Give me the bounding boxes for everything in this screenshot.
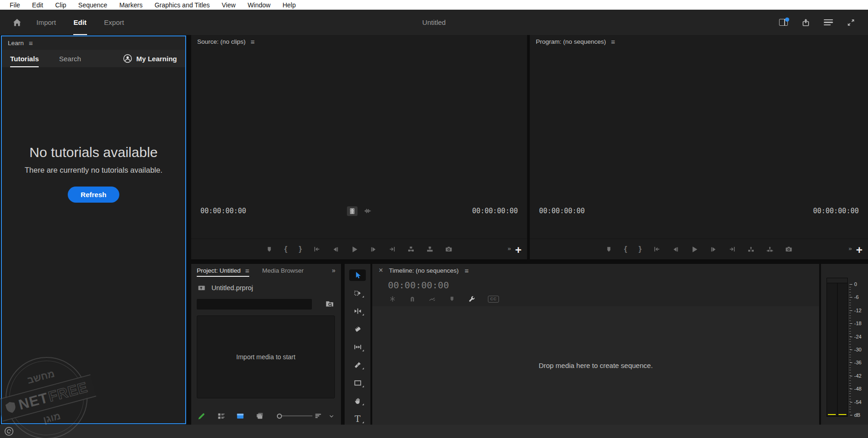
app-header: Import Edit Export Untitled (0, 10, 868, 35)
project-panel-toolbar (191, 407, 341, 425)
refresh-button[interactable]: Refresh (68, 187, 119, 203)
creative-cloud-icon[interactable] (4, 426, 14, 436)
button-editor-icon[interactable]: + (856, 245, 862, 256)
chevron-down-icon[interactable] (328, 413, 334, 419)
go-to-in-icon[interactable] (653, 245, 661, 253)
menu-view[interactable]: View (216, 0, 241, 10)
icon-view-icon[interactable] (236, 412, 244, 420)
project-writable-icon[interactable] (198, 412, 205, 420)
tab-export[interactable]: Export (104, 10, 124, 35)
audio-meters-panel: 0 -6 -12 -18 -24 -30 -36 -42 -48 -54 dB (821, 264, 868, 425)
tab-project[interactable]: Project: Untitled ≡ (197, 264, 249, 277)
panel-menu-icon[interactable]: ≡ (464, 267, 469, 274)
overflow-icon[interactable]: » (849, 245, 851, 252)
panel-menu-icon[interactable]: ≡ (245, 267, 249, 274)
extract-icon[interactable] (766, 245, 774, 253)
go-to-in-icon[interactable] (313, 245, 321, 253)
zoom-slider-rail[interactable] (282, 415, 312, 416)
menu-clip[interactable]: Clip (49, 0, 72, 10)
fullscreen-icon[interactable] (847, 18, 855, 27)
type-tool[interactable]: T (349, 413, 366, 425)
timeline-display-settings-icon[interactable] (468, 295, 475, 303)
menu-markers[interactable]: Markers (113, 0, 149, 10)
snap-magnet-icon[interactable] (409, 295, 416, 303)
zoom-slider-knob[interactable] (277, 414, 282, 419)
mark-in-icon[interactable]: { (624, 245, 627, 253)
insert-icon[interactable] (407, 245, 415, 253)
panel-menu-icon[interactable]: ≡ (29, 40, 33, 47)
pen-tool[interactable] (349, 359, 366, 371)
lift-icon[interactable] (747, 245, 755, 253)
slip-tool[interactable] (349, 341, 366, 353)
freeform-view-icon[interactable] (255, 412, 264, 420)
search-in-bins-icon[interactable] (325, 299, 334, 308)
razor-tool[interactable] (349, 323, 366, 335)
go-to-out-icon[interactable] (388, 245, 396, 253)
mark-in-icon[interactable]: { (284, 245, 287, 253)
overflow-icon[interactable]: » (508, 245, 510, 252)
menu-sequence[interactable]: Sequence (72, 0, 113, 10)
sort-icon[interactable] (314, 412, 322, 420)
timeline-playhead-timecode[interactable]: 00:00:00:00 (388, 280, 449, 291)
step-forward-icon[interactable] (370, 246, 377, 253)
notification-dot (785, 18, 789, 22)
meter-scale-label: -42 (854, 373, 862, 379)
add-marker-icon[interactable] (266, 246, 273, 253)
ripple-edit-tool[interactable] (349, 305, 366, 317)
hand-tool[interactable] (349, 395, 366, 407)
add-marker-icon[interactable] (449, 296, 455, 302)
track-select-forward-tool[interactable] (349, 287, 366, 299)
mark-out-icon[interactable]: } (299, 245, 302, 253)
audio-meter-bars[interactable] (827, 278, 848, 417)
selection-tool[interactable] (349, 269, 366, 281)
source-panel-title: Source: (no clips) (197, 38, 246, 45)
source-duration-timecode: 00:00:00:00 (472, 207, 518, 215)
list-view-icon[interactable] (217, 412, 225, 420)
workspaces-icon[interactable] (779, 19, 788, 26)
home-icon[interactable] (12, 18, 22, 27)
share-icon[interactable] (802, 18, 810, 27)
timeline-track-area[interactable]: Drop media here to create sequence. (372, 306, 819, 425)
drag-audio-only-icon[interactable] (364, 207, 372, 215)
menu-graphics-and-titles[interactable]: Graphics and Titles (148, 0, 216, 10)
menu-edit[interactable]: Edit (26, 0, 49, 10)
meter-scale-label: dB (854, 412, 860, 418)
menu-help[interactable]: Help (276, 0, 302, 10)
tab-edit[interactable]: Edit (74, 10, 87, 35)
export-frame-icon[interactable] (785, 245, 792, 253)
play-icon[interactable] (691, 245, 698, 253)
panel-menu-icon[interactable]: ≡ (611, 38, 615, 45)
project-root-row[interactable]: Untitled.prproj (197, 284, 253, 292)
program-position-timecode[interactable]: 00:00:00:00 (539, 207, 585, 215)
export-frame-icon[interactable] (445, 245, 452, 253)
menu-window[interactable]: Window (241, 0, 276, 10)
panel-menu-icon[interactable]: ≡ (251, 38, 255, 45)
import-media-drop-zone[interactable]: Import media to start (197, 315, 335, 398)
drag-video-only-icon[interactable] (347, 206, 358, 216)
tab-import[interactable]: Import (36, 10, 56, 35)
my-learning-button[interactable]: My Learning (123, 54, 177, 63)
close-panel-icon[interactable]: × (379, 267, 383, 274)
rectangle-tool[interactable] (349, 377, 366, 389)
add-marker-icon[interactable] (605, 246, 612, 253)
source-position-timecode[interactable]: 00:00:00:00 (200, 207, 246, 215)
linked-selection-icon[interactable] (428, 295, 436, 303)
go-to-out-icon[interactable] (728, 245, 736, 253)
tab-search[interactable]: Search (59, 50, 81, 67)
overflow-icon[interactable]: » (332, 267, 335, 274)
zoom-slider[interactable] (277, 414, 312, 419)
step-forward-icon[interactable] (710, 246, 717, 253)
project-search-input[interactable] (197, 299, 312, 310)
captions-icon[interactable]: CC (488, 296, 499, 303)
tab-tutorials[interactable]: Tutorials (10, 50, 39, 67)
tab-media-browser[interactable]: Media Browser (262, 264, 304, 277)
overwrite-icon[interactable] (426, 245, 434, 253)
play-icon[interactable] (351, 245, 358, 253)
menu-file[interactable]: File (4, 0, 26, 10)
button-editor-icon[interactable]: + (515, 245, 522, 256)
nest-sequences-icon[interactable] (389, 295, 396, 303)
step-back-icon[interactable] (332, 246, 339, 253)
step-back-icon[interactable] (672, 246, 679, 253)
quick-actions-icon[interactable] (824, 19, 833, 26)
mark-out-icon[interactable]: } (639, 245, 642, 253)
